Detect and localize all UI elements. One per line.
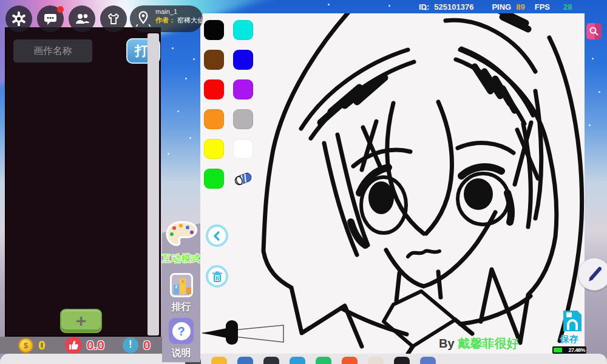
color-swatch[interactable]	[204, 169, 224, 189]
trash-icon	[210, 269, 225, 284]
credit-by: By	[439, 337, 455, 350]
magnifier-icon	[589, 26, 599, 36]
color-swatch[interactable]	[233, 139, 253, 159]
brush-size-slider[interactable]	[200, 318, 291, 349]
color-swatch[interactable]	[204, 79, 224, 99]
sketch-drawing	[200, 13, 585, 354]
chat-notification-badge	[57, 6, 64, 13]
players-button[interactable]	[69, 5, 95, 32]
save-floppy-icon[interactable]	[561, 309, 583, 332]
save-label[interactable]: 保存	[552, 334, 586, 345]
credit-text: By 戴馨菲很好	[439, 335, 518, 352]
screen: By 戴馨菲很好 保存 27.46% 打 + $ 0	[0, 0, 607, 364]
coins-stat: $ 0	[18, 338, 46, 353]
taskbar-app-icon[interactable]	[342, 357, 358, 364]
color-swatch[interactable]	[204, 50, 224, 70]
help-label[interactable]: 说明	[162, 347, 200, 360]
id-value: 525101376	[434, 2, 473, 12]
settings-button[interactable]	[5, 5, 32, 32]
color-swatch[interactable]	[204, 20, 224, 40]
eraser-tool[interactable]	[233, 169, 253, 189]
author-name: 窑稀大仙	[177, 16, 204, 24]
save-progress-bar: 27.46%	[552, 346, 586, 354]
taskbar	[0, 354, 607, 364]
coin-icon: $	[18, 338, 33, 353]
fps-label: FPS	[535, 2, 550, 12]
color-swatch[interactable]	[233, 79, 253, 99]
credit-name: 戴馨菲很好	[458, 337, 518, 350]
exclamation-icon: !	[123, 337, 138, 353]
color-swatch[interactable]	[204, 109, 224, 129]
alerts-stat: ! 0	[123, 337, 151, 353]
thumbs-up-icon	[65, 337, 82, 354]
color-swatch[interactable]	[233, 50, 253, 70]
ping-label: PING	[492, 2, 511, 12]
outfit-button[interactable]	[100, 5, 127, 32]
taskbar-app-icon[interactable]	[290, 357, 305, 364]
podium-third	[186, 288, 191, 294]
taskbar-app-icon[interactable]	[420, 357, 436, 364]
save-group: 保存 27.46%	[552, 309, 586, 354]
taskbar-app-icon[interactable]	[368, 357, 384, 364]
shirt-icon	[106, 12, 121, 26]
id-label: ID:	[419, 2, 429, 12]
stats-bar: $ 0 0.0 ! 0	[0, 337, 162, 354]
color-swatch[interactable]	[233, 109, 253, 129]
taskbar-app-icon[interactable]	[237, 357, 253, 364]
brush-slider-handle[interactable]	[226, 320, 238, 345]
coins-count: 0	[38, 338, 46, 352]
room-info: main_1 作者： 窑稀大仙	[155, 7, 204, 24]
color-swatch[interactable]	[204, 139, 224, 159]
color-swatch[interactable]	[233, 20, 253, 40]
back-button[interactable]	[206, 224, 228, 247]
save-progress-text: 27.46%	[552, 347, 586, 353]
taskbar-app-icon[interactable]	[316, 357, 331, 364]
panel-scrollbar[interactable]	[148, 33, 159, 335]
rank-icon[interactable]: 2 1	[170, 273, 193, 297]
drawing-canvas[interactable]: By 戴馨菲很好 保存 27.46%	[200, 13, 585, 354]
add-artwork-button[interactable]: +	[60, 309, 102, 333]
interactive-mode-label[interactable]: 互动模式	[160, 253, 203, 265]
ping-value: 89	[516, 2, 524, 12]
podium-first: 1	[180, 278, 186, 294]
taskbar-icons	[185, 357, 436, 364]
artwork-name-input[interactable]	[13, 39, 92, 62]
gear-icon	[11, 11, 27, 27]
likes-count: 0.0	[87, 338, 104, 352]
chat-icon	[43, 12, 58, 26]
fps-value: 28	[563, 2, 572, 12]
author-label: 作者：	[155, 16, 175, 24]
people-icon	[74, 12, 90, 26]
eraser-icon	[233, 170, 253, 187]
pen-icon	[584, 264, 605, 285]
help-icon[interactable]: ?	[169, 318, 194, 344]
artworks-panel: 打 +	[5, 27, 161, 337]
system-stats: ID: 525101376 PING 89 FPS 28	[419, 2, 586, 12]
back-arrow-icon	[210, 229, 225, 243]
rank-label[interactable]: 排行	[162, 301, 200, 314]
taskbar-app-icon[interactable]	[211, 357, 227, 364]
trash-button[interactable]	[206, 265, 228, 288]
podium-second: 2	[174, 285, 179, 294]
map-pin-icon	[135, 10, 152, 28]
taskbar-app-icon[interactable]	[394, 357, 410, 364]
alerts-count: 0	[143, 338, 151, 352]
zoom-button[interactable]	[586, 23, 602, 39]
pen-tool-button[interactable]	[578, 258, 607, 291]
taskbar-app-icon[interactable]	[263, 357, 279, 364]
interactive-mode-palette-icon[interactable]	[164, 218, 199, 250]
room-name: main_1	[155, 7, 204, 16]
likes-stat: 0.0	[65, 337, 104, 354]
color-palette	[204, 20, 253, 189]
